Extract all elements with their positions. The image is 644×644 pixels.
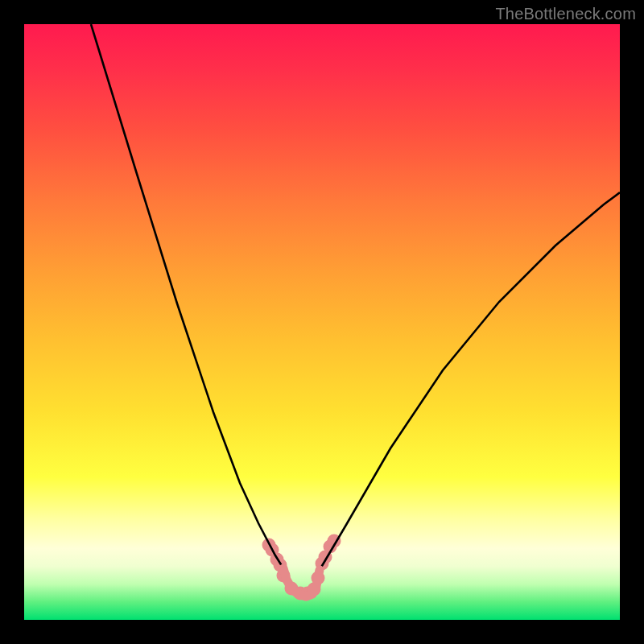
chart-plot-area [24,24,620,620]
chart-svg [24,24,620,620]
chart-markers [262,535,341,601]
chart-right-curve [320,192,620,570]
watermark-text: TheBottleneck.com [495,5,636,23]
chart-left-curve [91,24,283,568]
chart-frame: TheBottleneck.com [0,0,644,644]
